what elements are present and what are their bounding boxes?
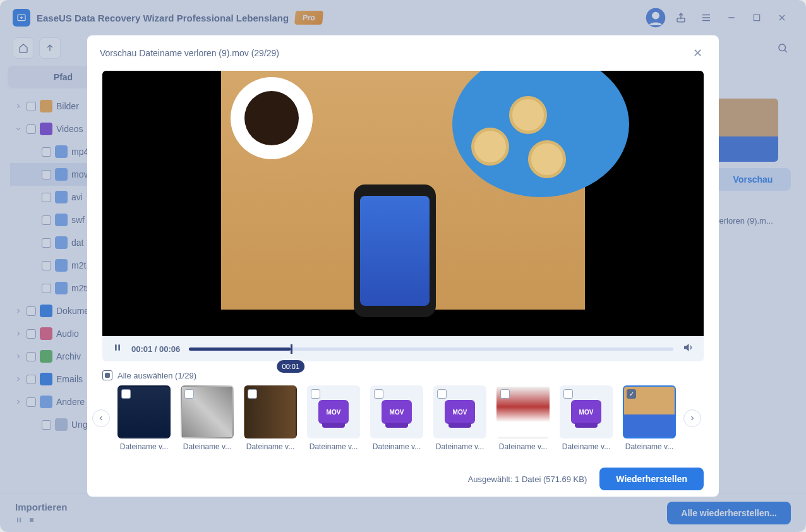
preview-modal: Vorschau Dateiname verloren (9).mov (29/…	[87, 35, 719, 497]
thumb-col: Dateiname v...	[623, 385, 676, 451]
svg-rect-10	[118, 344, 120, 350]
next-button[interactable]	[683, 409, 701, 427]
thumbnail[interactable]	[623, 385, 676, 438]
app-window: EaseUS Data Recovery Wizard Professional…	[0, 0, 806, 532]
thumb-label: Dateiname v...	[246, 442, 294, 451]
select-all-bar[interactable]: Alle auswählen (1/29)	[87, 361, 719, 385]
thumb-label: Dateiname v...	[562, 442, 610, 451]
thumbnail[interactable]	[307, 385, 360, 438]
thumb-label: Dateiname v...	[310, 442, 358, 451]
thumbnail[interactable]	[181, 385, 234, 438]
thumb-col: Dateiname v...	[496, 385, 550, 451]
thumb-col: Dateiname v...	[117, 385, 171, 451]
thumb-checkbox[interactable]	[121, 389, 131, 399]
thumb-label: Dateiname v...	[499, 442, 547, 451]
video-player[interactable]	[102, 71, 704, 336]
mov-icon	[445, 400, 475, 424]
thumbnail[interactable]	[244, 385, 297, 438]
thumb-label: Dateiname v...	[183, 442, 231, 451]
progress-bar[interactable]: 00:01	[189, 348, 673, 351]
thumb-label: Dateiname v...	[373, 442, 421, 451]
thumbs-row: Dateiname v...Dateiname v...Dateiname v.…	[87, 385, 719, 451]
thumb-checkbox[interactable]	[184, 389, 194, 399]
selection-status: Ausgewählt: 1 Datei (571.69 KB)	[468, 475, 587, 484]
thumb-col: Dateiname v...	[181, 385, 234, 451]
prev-button[interactable]	[92, 409, 110, 427]
thumb-col: Dateiname v...	[307, 385, 360, 451]
pause-icon[interactable]	[112, 342, 123, 355]
thumb-col: Dateiname v...	[370, 385, 423, 451]
thumb-checkbox[interactable]	[500, 389, 510, 399]
thumb-checkbox[interactable]	[563, 389, 573, 399]
thumb-col: Dateiname v...	[244, 385, 297, 451]
mov-icon	[382, 400, 412, 424]
modal-header: Vorschau Dateiname verloren (9).mov (29/…	[87, 35, 719, 71]
thumbnail[interactable]	[117, 385, 171, 438]
thumbs-container: Dateiname v...Dateiname v...Dateiname v.…	[112, 385, 681, 451]
modal-footer: Ausgewählt: 1 Datei (571.69 KB) Wiederhe…	[87, 457, 719, 497]
thumbnail[interactable]	[496, 385, 550, 438]
video-wrap: 00:01 / 00:06 00:01	[87, 71, 719, 361]
thumb-col: Dateiname v...	[433, 385, 486, 451]
thumb-checkbox[interactable]	[311, 389, 320, 399]
thumb-label: Dateiname v...	[120, 442, 168, 451]
thumb-label: Dateiname v...	[625, 442, 673, 451]
recover-button[interactable]: Wiederherstellen	[599, 468, 704, 490]
thumb-checkbox[interactable]	[627, 389, 636, 399]
modal-overlay: Vorschau Dateiname verloren (9).mov (29/…	[0, 0, 806, 532]
svg-rect-9	[115, 344, 117, 350]
thumbnail[interactable]	[370, 385, 423, 438]
time-text: 00:01 / 00:06	[131, 344, 180, 354]
thumb-label: Dateiname v...	[436, 442, 484, 451]
thumb-checkbox[interactable]	[248, 389, 257, 399]
select-all-label: Alle auswählen (1/29)	[117, 371, 196, 380]
thumb-col: Dateiname v...	[560, 385, 613, 451]
mov-icon	[318, 400, 349, 424]
thumb-checkbox[interactable]	[437, 389, 447, 399]
thumbnail[interactable]	[560, 385, 613, 438]
mov-icon	[571, 400, 601, 424]
play-bar: 00:01 / 00:06 00:01	[102, 336, 704, 361]
select-all-checkbox[interactable]	[102, 370, 112, 380]
thumbnail[interactable]	[433, 385, 486, 438]
progress-tooltip: 00:01	[277, 360, 305, 373]
volume-icon[interactable]	[682, 342, 694, 356]
modal-title: Vorschau Dateiname verloren (9).mov (29/…	[100, 48, 279, 58]
thumb-checkbox[interactable]	[374, 389, 383, 399]
close-icon[interactable]: ✕	[689, 44, 706, 62]
